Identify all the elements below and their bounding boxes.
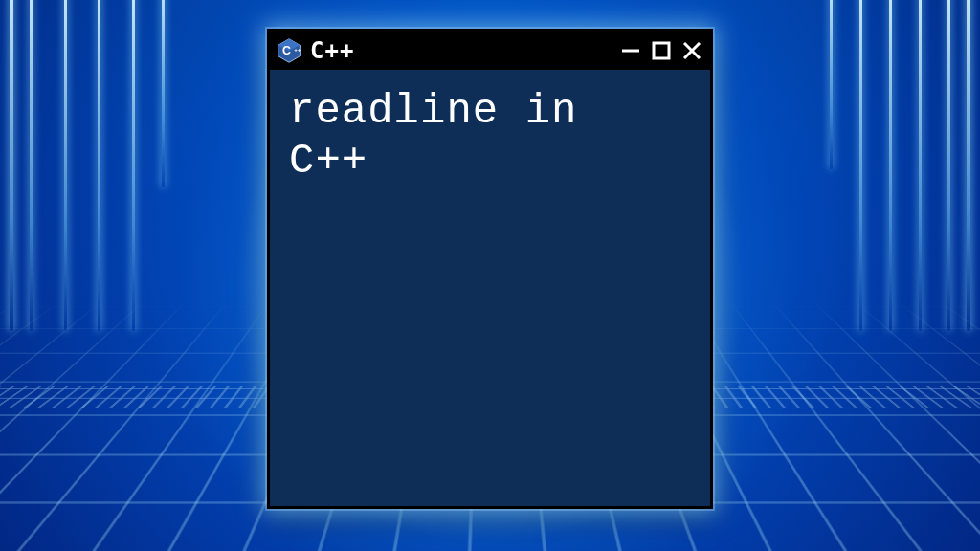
cpp-icon-letter: C [282, 44, 291, 57]
terminal-window: C + + C++ readline in C++ [267, 29, 713, 509]
cpp-hex-icon: C + + [276, 37, 302, 64]
close-button[interactable] [681, 40, 702, 61]
window-title: C++ [310, 37, 354, 64]
terminal-text: readline in C++ [289, 87, 577, 185]
maximize-button[interactable] [651, 40, 672, 61]
titlebar[interactable]: C + + C++ [270, 32, 710, 70]
minimize-button[interactable] [620, 40, 641, 61]
svg-text:+: + [298, 46, 301, 53]
terminal-content-area: readline in C++ [270, 70, 710, 506]
window-controls [620, 40, 702, 61]
svg-rect-5 [654, 43, 669, 58]
